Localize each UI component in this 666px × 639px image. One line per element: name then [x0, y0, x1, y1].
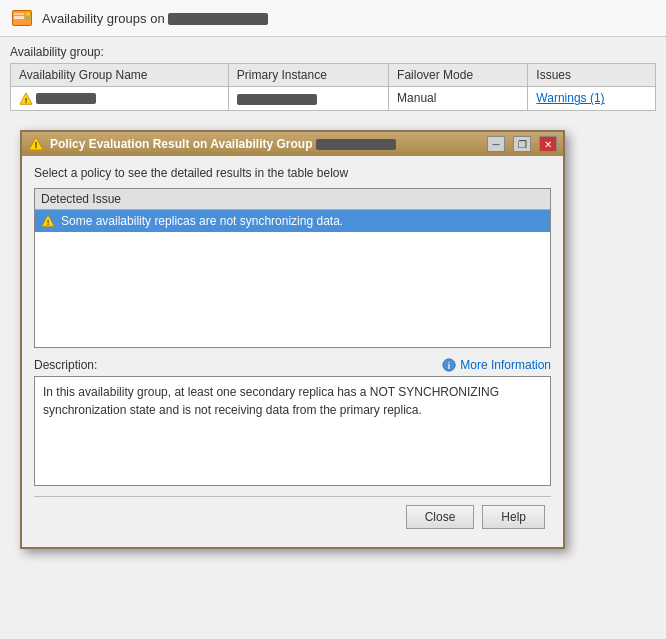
ag-section-label: Availability group: — [10, 45, 656, 59]
svg-rect-2 — [14, 16, 24, 19]
issue-item-0[interactable]: ! Some availability replicas are not syn… — [35, 210, 550, 232]
issue-text-0: Some availability replicas are not synch… — [61, 214, 343, 228]
main-content: Availability group: Availability Group N… — [0, 37, 666, 119]
description-box: In this availability group, at least one… — [34, 376, 551, 486]
close-title-button[interactable]: ✕ — [539, 136, 557, 152]
ag-name-cell: ! — [11, 87, 229, 111]
col-header-primary: Primary Instance — [228, 64, 388, 87]
table-row: ! Manual Warnings (1) — [11, 87, 656, 111]
description-label: Description: — [34, 358, 97, 372]
primary-instance-cell — [228, 87, 388, 111]
top-bar: Availability groups on — [0, 0, 666, 37]
issue-warning-icon: ! — [41, 214, 55, 228]
modal-footer: Close Help — [34, 505, 551, 537]
primary-instance-redacted — [237, 94, 317, 105]
modal-server-redacted — [316, 139, 396, 150]
modal-separator — [34, 496, 551, 497]
modal-body: Select a policy to see the detailed resu… — [22, 156, 563, 547]
failover-mode-cell: Manual — [389, 87, 528, 111]
policy-eval-modal: ! Policy Evaluation Result on Availabili… — [20, 130, 565, 549]
close-button[interactable]: Close — [406, 505, 475, 529]
modal-title-icon: ! — [28, 136, 44, 152]
modal-titlebar: ! Policy Evaluation Result on Availabili… — [22, 132, 563, 156]
svg-text:!: ! — [47, 218, 50, 227]
svg-rect-3 — [14, 13, 24, 15]
availability-group-table: Availability Group Name Primary Instance… — [10, 63, 656, 111]
svg-point-4 — [26, 12, 30, 16]
description-row: Description: i More Information — [34, 358, 551, 372]
svg-point-5 — [26, 16, 30, 20]
col-header-failover: Failover Mode — [389, 64, 528, 87]
warnings-link[interactable]: Warnings (1) — [536, 91, 604, 105]
top-bar-title: Availability groups on — [42, 11, 268, 26]
warning-icon: ! — [19, 92, 33, 106]
minimize-button[interactable]: ─ — [487, 136, 505, 152]
modal-instruction: Select a policy to see the detailed resu… — [34, 166, 551, 180]
issues-listbox: Detected Issue ! Some availability repli… — [34, 188, 551, 348]
col-header-name: Availability Group Name — [11, 64, 229, 87]
svg-text:!: ! — [35, 140, 38, 150]
issues-cell: Warnings (1) — [528, 87, 656, 111]
svg-text:!: ! — [25, 95, 28, 104]
ag-name-redacted — [36, 93, 96, 104]
more-info-link[interactable]: i More Information — [442, 358, 551, 372]
server-name-redacted — [168, 13, 268, 25]
sql-server-icon — [10, 6, 34, 30]
restore-button[interactable]: ❐ — [513, 136, 531, 152]
col-header-issues: Issues — [528, 64, 656, 87]
svg-text:i: i — [448, 361, 450, 371]
modal-title: Policy Evaluation Result on Availability… — [50, 137, 479, 151]
info-icon: i — [442, 358, 456, 372]
issues-listbox-header: Detected Issue — [35, 189, 550, 210]
help-button[interactable]: Help — [482, 505, 545, 529]
